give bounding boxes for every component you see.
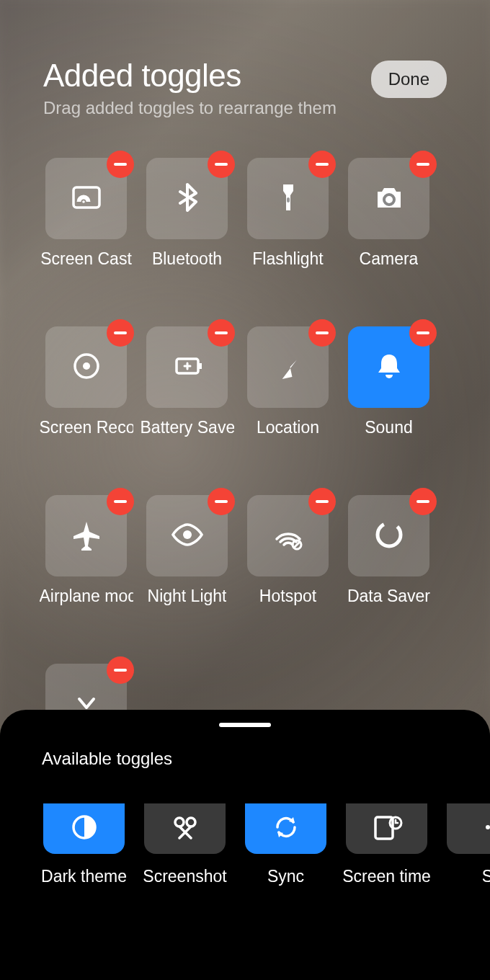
label-battery-saver: Battery Saver bbox=[141, 418, 234, 437]
remove-location-button[interactable] bbox=[308, 319, 336, 347]
location-icon bbox=[271, 349, 306, 386]
toggle-bluetooth[interactable]: Bluetooth bbox=[146, 158, 228, 269]
record-icon bbox=[69, 349, 104, 386]
label-night-light: Night Light bbox=[148, 587, 227, 606]
remove-camera-button[interactable] bbox=[409, 151, 437, 178]
available-more[interactable]: S bbox=[447, 803, 490, 886]
sync-icon bbox=[269, 810, 303, 847]
battery-icon bbox=[170, 349, 205, 386]
cast-icon bbox=[69, 180, 104, 218]
page-subtitle: Drag added toggles to rearrange them bbox=[43, 98, 337, 118]
eye-icon bbox=[170, 517, 205, 555]
done-button[interactable]: Done bbox=[371, 61, 447, 98]
label-more: S bbox=[482, 867, 490, 886]
screenshot-icon bbox=[168, 810, 202, 847]
label-camera: Camera bbox=[360, 249, 419, 269]
bell-icon bbox=[372, 349, 406, 386]
label-location: Location bbox=[257, 418, 319, 437]
label-dark-theme: Dark theme bbox=[41, 867, 127, 886]
toggle-airplane[interactable]: Airplane mode bbox=[45, 495, 127, 606]
tile-sound[interactable] bbox=[348, 326, 429, 408]
label-data-saver: Data Saver bbox=[347, 587, 430, 606]
remove-night-light-button[interactable] bbox=[208, 488, 235, 515]
drag-handle[interactable] bbox=[219, 723, 271, 727]
added-toggles-grid: Screen Cast Bluetooth Flashlight Camera … bbox=[0, 158, 490, 775]
tile-dark-theme[interactable] bbox=[43, 803, 125, 854]
remove-battery-saver-button[interactable] bbox=[208, 319, 235, 347]
toggle-sound[interactable]: Sound bbox=[348, 326, 429, 437]
tile-airplane[interactable] bbox=[45, 495, 127, 576]
tile-more[interactable] bbox=[447, 803, 490, 854]
darktheme-icon bbox=[67, 810, 102, 847]
tile-sync[interactable] bbox=[245, 803, 326, 854]
toggle-data-saver[interactable]: Data Saver bbox=[348, 495, 429, 606]
flashlight-icon bbox=[271, 180, 306, 218]
hotspot-icon bbox=[271, 517, 306, 555]
label-screen-cast: Screen Cast bbox=[40, 249, 132, 269]
remove-sound-button[interactable] bbox=[409, 319, 437, 347]
label-screen-rec: Screen Recorder bbox=[40, 418, 133, 437]
toggle-screen-rec[interactable]: Screen Recorder bbox=[45, 326, 127, 437]
toggle-battery-saver[interactable]: Battery Saver bbox=[146, 326, 228, 437]
toggle-night-light[interactable]: Night Light bbox=[146, 495, 228, 606]
label-screen-time: Screen time bbox=[342, 867, 431, 886]
remove-screen-rec-button[interactable] bbox=[107, 319, 134, 347]
tile-flashlight[interactable] bbox=[247, 158, 329, 239]
tile-screenshot[interactable] bbox=[144, 803, 226, 854]
tile-screen-time[interactable] bbox=[346, 803, 427, 854]
label-flashlight: Flashlight bbox=[252, 249, 323, 269]
tile-camera[interactable] bbox=[348, 158, 429, 239]
available-title: Available toggles bbox=[0, 749, 490, 769]
remove-airplane-button[interactable] bbox=[107, 488, 134, 515]
tile-data-saver[interactable] bbox=[348, 495, 429, 576]
toggle-location[interactable]: Location bbox=[247, 326, 329, 437]
available-dark-theme[interactable]: Dark theme bbox=[43, 803, 125, 886]
label-screenshot: Screenshot bbox=[143, 867, 226, 886]
toggle-screen-cast[interactable]: Screen Cast bbox=[45, 158, 127, 269]
label-bluetooth: Bluetooth bbox=[152, 249, 222, 269]
datasaver-icon bbox=[372, 517, 406, 555]
remove-screen-cast-button[interactable] bbox=[107, 151, 134, 178]
tile-bluetooth[interactable] bbox=[146, 158, 228, 239]
header: Added toggles Drag added toggles to rear… bbox=[0, 58, 490, 118]
label-sound: Sound bbox=[365, 418, 413, 437]
tile-screen-rec[interactable] bbox=[45, 326, 127, 408]
available-screenshot[interactable]: Screenshot bbox=[144, 803, 226, 886]
airplane-icon bbox=[69, 517, 104, 555]
label-airplane: Airplane mode bbox=[40, 587, 133, 606]
tile-location[interactable] bbox=[247, 326, 329, 408]
remove-bluetooth-button[interactable] bbox=[208, 151, 235, 178]
available-toggles-row: Dark theme Screenshot Sync Screen time S bbox=[0, 803, 490, 886]
available-sync[interactable]: Sync bbox=[245, 803, 326, 886]
remove-hotspot-button[interactable] bbox=[308, 488, 336, 515]
toggle-flashlight[interactable]: Flashlight bbox=[247, 158, 329, 269]
tile-screen-cast[interactable] bbox=[45, 158, 127, 239]
remove-data-saver-button[interactable] bbox=[409, 488, 437, 515]
tile-battery-saver[interactable] bbox=[146, 326, 228, 408]
remove-system-short-button[interactable] bbox=[107, 656, 134, 684]
available-toggles-sheet[interactable]: Available toggles Dark theme Screenshot … bbox=[0, 710, 490, 980]
toggle-camera[interactable]: Camera bbox=[348, 158, 429, 269]
remove-flashlight-button[interactable] bbox=[308, 151, 336, 178]
camera-icon bbox=[372, 180, 406, 218]
label-hotspot: Hotspot bbox=[259, 587, 316, 606]
toggle-hotspot[interactable]: Hotspot bbox=[247, 495, 329, 606]
tile-hotspot[interactable] bbox=[247, 495, 329, 576]
more-icon bbox=[471, 810, 491, 847]
label-sync: Sync bbox=[267, 867, 304, 886]
screentime-icon bbox=[370, 810, 404, 847]
bluetooth-icon bbox=[170, 180, 205, 218]
tile-night-light[interactable] bbox=[146, 495, 228, 576]
page-title: Added toggles bbox=[43, 58, 337, 94]
available-screen-time[interactable]: Screen time bbox=[346, 803, 427, 886]
